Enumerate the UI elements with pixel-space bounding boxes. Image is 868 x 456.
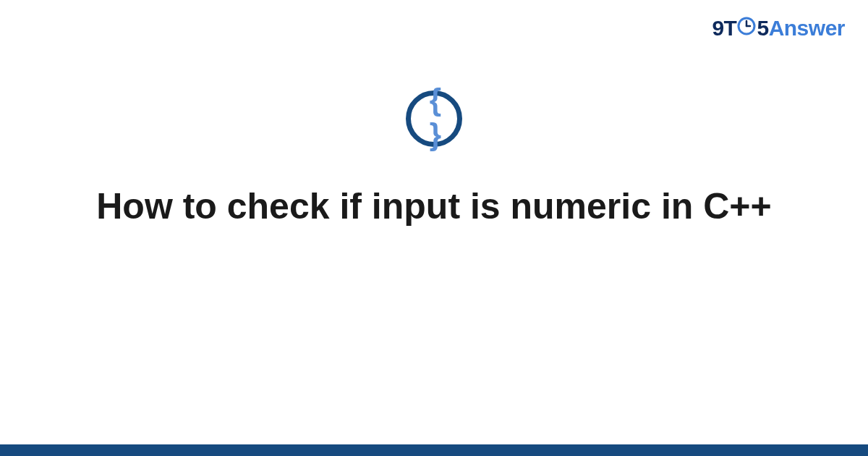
main-content: { } How to check if input is numeric in … [0, 90, 868, 229]
logo-answer: Answer [769, 16, 845, 40]
logo-t: T [724, 16, 737, 40]
logo-five: 5 [757, 16, 768, 40]
braces-glyph: { } [422, 83, 446, 152]
clock-icon [737, 16, 756, 41]
code-braces-icon: { } [406, 90, 462, 147]
footer-bar [0, 444, 868, 456]
page-title: How to check if input is numeric in C++ [0, 185, 868, 229]
site-logo: 9T5Answer [712, 16, 845, 42]
logo-nine: 9 [712, 16, 723, 40]
